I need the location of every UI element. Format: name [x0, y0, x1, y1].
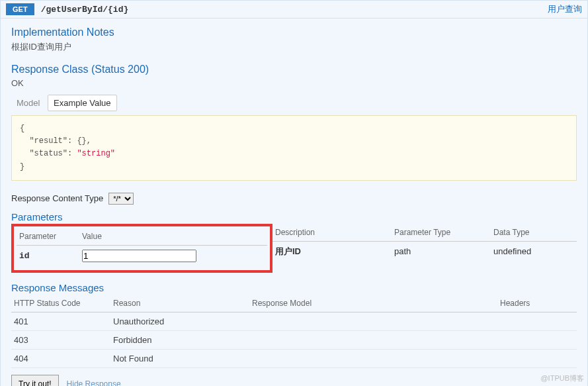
implementation-notes-title: Implementation Notes: [11, 26, 577, 38]
col-description: Description: [273, 224, 392, 241]
content-type-row: Response Content Type */*: [11, 193, 577, 205]
parameters-highlighted: Parameter Value id: [11, 224, 273, 273]
col-data-type: Data Type: [491, 224, 577, 241]
param-name: id: [17, 247, 79, 265]
response-status-text: OK: [11, 78, 577, 88]
content-type-label: Response Content Type: [11, 193, 103, 203]
watermark: @ITPUB博客: [540, 373, 584, 383]
status-reason: Not Found: [110, 349, 249, 367]
operation-summary[interactable]: 用户查询: [548, 3, 582, 15]
response-class-title: Response Class (Status 200): [11, 64, 577, 75]
response-row: 403 Forbidden: [11, 330, 577, 349]
operation-body: Implementation Notes 根据ID查询用户 Response C…: [1, 19, 587, 386]
operation-header[interactable]: GET /getUserById/{id} 用户查询: [1, 1, 587, 19]
col-parameter: Parameter: [17, 228, 79, 245]
status-code: 401: [11, 312, 110, 330]
col-reason: Reason: [110, 295, 249, 313]
response-row: 404 Not Found: [11, 349, 577, 367]
param-data-type: undefined: [491, 242, 577, 260]
implementation-notes-text: 根据ID查询用户: [11, 41, 577, 53]
status-code: 404: [11, 349, 110, 367]
example-value-box[interactable]: { "result": {}, "status": "string" }: [11, 115, 577, 181]
http-method-badge: GET: [6, 3, 34, 15]
col-status-code: HTTP Status Code: [11, 295, 110, 313]
endpoint-path: /getUserById/{id}: [41, 5, 548, 15]
content-type-select[interactable]: */*: [108, 193, 134, 205]
hide-response-link[interactable]: Hide Response: [67, 379, 121, 386]
response-row: 401 Unauthorized: [11, 312, 577, 330]
response-tabs: Model Example Value: [11, 95, 577, 111]
parameters-title: Parameters: [11, 211, 577, 222]
status-reason: Unauthorized: [110, 312, 249, 330]
param-type: path: [392, 242, 491, 260]
response-messages-table: HTTP Status Code Reason Response Model H…: [11, 295, 577, 368]
col-response-model: Response Model: [249, 295, 497, 313]
tab-model[interactable]: Model: [11, 95, 45, 111]
status-code: 403: [11, 330, 110, 349]
status-reason: Forbidden: [110, 330, 249, 349]
action-row: Try it out! Hide Response: [11, 375, 577, 386]
param-value-input[interactable]: [82, 250, 196, 262]
col-parameter-type: Parameter Type: [392, 224, 491, 241]
try-it-out-button[interactable]: Try it out!: [11, 375, 59, 386]
col-value: Value: [79, 228, 267, 245]
parameters-table: Parameter Value id Description Parameter…: [11, 224, 577, 282]
col-headers: Headers: [497, 295, 577, 313]
param-row: id: [17, 246, 267, 266]
tab-example-value[interactable]: Example Value: [48, 95, 116, 111]
param-description: 用户ID: [273, 242, 392, 262]
response-messages-title: Response Messages: [11, 282, 577, 293]
operation-panel: GET /getUserById/{id} 用户查询 Implementatio…: [0, 0, 588, 386]
